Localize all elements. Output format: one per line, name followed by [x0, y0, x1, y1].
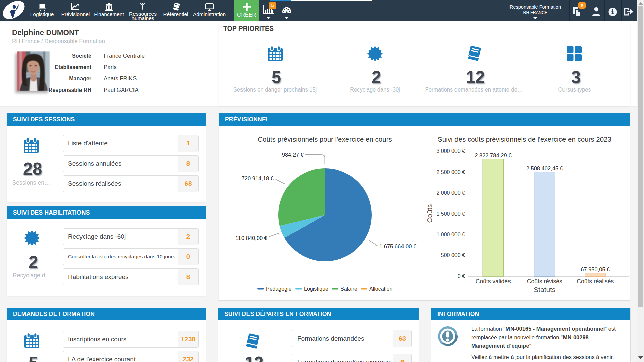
svg-text:0 €: 0 €	[458, 273, 465, 279]
svg-text:2 500 000 €: 2 500 000 €	[436, 169, 465, 175]
svg-text:984,27 €: 984,27 €	[282, 152, 304, 158]
svg-text:3 000 000 €: 3 000 000 €	[436, 148, 465, 154]
svg-text:2 508 402,45 €: 2 508 402,45 €	[526, 165, 563, 171]
svg-text:Pédagogie: Pédagogie	[266, 286, 292, 292]
svg-text:Coûts validés: Coûts validés	[476, 278, 511, 285]
svg-text:Coûts: Coûts	[426, 204, 433, 223]
svg-text:110 840,00 €: 110 840,00 €	[235, 235, 267, 241]
svg-text:Logistique: Logistique	[304, 286, 328, 292]
svg-text:2 000 000 €: 2 000 000 €	[436, 190, 465, 196]
svg-text:Statuts: Statuts	[534, 286, 555, 293]
svg-text:Coûts prévisionnels pour l'exe: Coûts prévisionnels pour l'exercice en c…	[258, 135, 392, 143]
svg-text:67 950,05 €: 67 950,05 €	[581, 266, 610, 273]
svg-text:1 000 000 €: 1 000 000 €	[436, 232, 465, 237]
svg-text:720 914,18 €: 720 914,18 €	[241, 175, 274, 181]
svg-text:Suivi des coûts prévisionnels: Suivi des coûts prévisionnels de l'exerc…	[438, 135, 611, 143]
svg-text:1 675 664,00 €: 1 675 664,00 €	[379, 243, 416, 249]
svg-text:2 822 784,29 €: 2 822 784,29 €	[475, 152, 512, 158]
svg-text:Coûts révisés: Coûts révisés	[527, 278, 562, 285]
svg-text:500 000 €: 500 000 €	[441, 252, 465, 258]
svg-text:1 500 000 €: 1 500 000 €	[436, 211, 465, 217]
svg-text:Coûts réalisés: Coûts réalisés	[577, 278, 614, 285]
svg-text:Allocation: Allocation	[369, 286, 392, 292]
svg-text:Salaire: Salaire	[340, 286, 357, 292]
